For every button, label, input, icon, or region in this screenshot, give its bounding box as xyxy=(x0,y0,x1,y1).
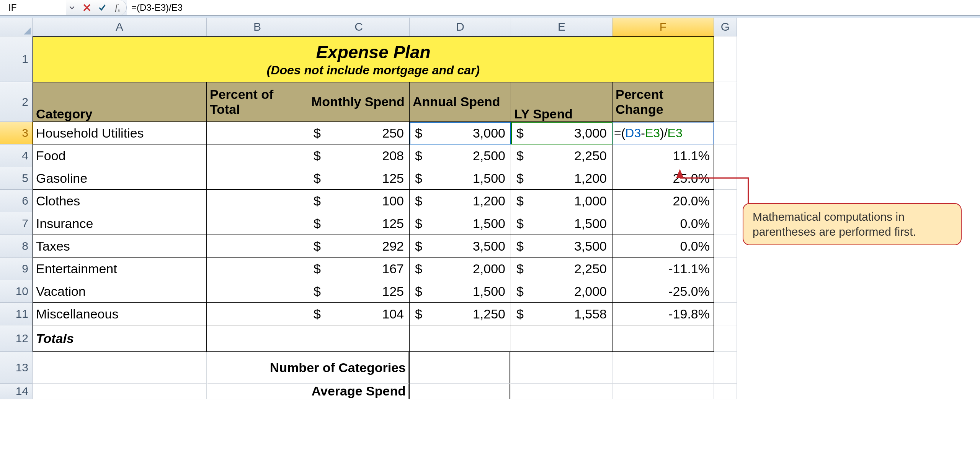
row-header-7[interactable]: 7 xyxy=(0,212,33,235)
cell-G7[interactable] xyxy=(714,212,737,235)
col-header-D[interactable]: D xyxy=(410,18,511,36)
row-header-4[interactable]: 4 xyxy=(0,144,33,167)
cell-A2[interactable]: Category xyxy=(33,82,207,122)
cell-D7[interactable]: $1,500 xyxy=(410,212,511,235)
cell-F14[interactable] xyxy=(612,384,714,399)
name-box[interactable]: IF xyxy=(0,0,66,15)
cell-E6[interactable]: $1,000 xyxy=(511,190,612,212)
cell-G14[interactable] xyxy=(714,384,737,399)
cell-D3[interactable]: $3,000 xyxy=(410,122,511,144)
select-all-corner[interactable] xyxy=(0,18,33,36)
cell-F6[interactable]: 20.0% xyxy=(612,190,714,212)
row-header-13[interactable]: 13 xyxy=(0,352,33,384)
cell-F4[interactable]: 11.1% xyxy=(612,144,714,167)
row-header-2[interactable]: 2 xyxy=(0,82,33,122)
cell-G4[interactable] xyxy=(714,144,737,167)
cell-B9[interactable] xyxy=(207,258,308,280)
formula-input[interactable]: =(D3-E3)/E3 xyxy=(127,0,980,15)
cell-C7[interactable]: $125 xyxy=(308,212,410,235)
name-box-dropdown[interactable] xyxy=(66,0,78,15)
cell-C11[interactable]: $104 xyxy=(308,303,410,325)
cell-E13[interactable] xyxy=(511,352,612,384)
cell-B12[interactable] xyxy=(207,325,308,352)
cell-E5[interactable]: $1,200 xyxy=(511,167,612,190)
cell-F8[interactable]: 0.0% xyxy=(612,235,714,258)
cell-E9[interactable]: $2,250 xyxy=(511,258,612,280)
cell-B2[interactable]: Percent of Total xyxy=(207,82,308,122)
row-header-3[interactable]: 3 xyxy=(0,122,33,144)
row-header-8[interactable]: 8 xyxy=(0,235,33,258)
cell-C6[interactable]: $100 xyxy=(308,190,410,212)
cell-D14[interactable] xyxy=(410,384,511,399)
cell-A5[interactable]: Gasoline xyxy=(33,167,207,190)
col-header-A[interactable]: A xyxy=(33,18,207,36)
cell-B8[interactable] xyxy=(207,235,308,258)
cell-D9[interactable]: $2,000 xyxy=(410,258,511,280)
row-header-10[interactable]: 10 xyxy=(0,280,33,303)
cell-D5[interactable]: $1,500 xyxy=(410,167,511,190)
cell-C12[interactable] xyxy=(308,325,410,352)
cell-G6[interactable] xyxy=(714,190,737,212)
cell-G13[interactable] xyxy=(714,352,737,384)
cell-D2[interactable]: Annual Spend xyxy=(410,82,511,122)
cell-E14[interactable] xyxy=(511,384,612,399)
cell-F13[interactable] xyxy=(612,352,714,384)
row-header-6[interactable]: 6 xyxy=(0,190,33,212)
insert-function-button[interactable]: fx xyxy=(113,3,122,13)
cell-B4[interactable] xyxy=(207,144,308,167)
cell-D11[interactable]: $1,250 xyxy=(410,303,511,325)
cell-D6[interactable]: $1,200 xyxy=(410,190,511,212)
cell-E2[interactable]: LY Spend xyxy=(511,82,612,122)
cell-C5[interactable]: $125 xyxy=(308,167,410,190)
col-header-C[interactable]: C xyxy=(308,18,410,36)
cell-G12[interactable] xyxy=(714,325,737,352)
cell-C9[interactable]: $167 xyxy=(308,258,410,280)
cell-D4[interactable]: $2,500 xyxy=(410,144,511,167)
cell-B3[interactable] xyxy=(207,122,308,144)
cancel-button[interactable] xyxy=(82,3,92,13)
cell-D10[interactable]: $1,500 xyxy=(410,280,511,303)
cell-E7[interactable]: $1,500 xyxy=(511,212,612,235)
cell-A10[interactable]: Vacation xyxy=(33,280,207,303)
cell-A6[interactable]: Clothes xyxy=(33,190,207,212)
cell-F7[interactable]: 0.0% xyxy=(612,212,714,235)
cell-G8[interactable] xyxy=(714,235,737,258)
cell-F3[interactable]: =(D3-E3)/E3 xyxy=(612,122,714,144)
cell-A13[interactable] xyxy=(33,352,207,384)
cell-A8[interactable]: Taxes xyxy=(33,235,207,258)
cell-G10[interactable] xyxy=(714,280,737,303)
cell-B10[interactable] xyxy=(207,280,308,303)
cell-BC14[interactable]: Average Spend xyxy=(207,384,410,399)
cell-BC13[interactable]: Number of Categories xyxy=(207,352,410,384)
cell-F11[interactable]: -19.8% xyxy=(612,303,714,325)
cell-D13[interactable] xyxy=(410,352,511,384)
enter-button[interactable] xyxy=(97,3,107,13)
cell-D12[interactable] xyxy=(410,325,511,352)
cell-B7[interactable] xyxy=(207,212,308,235)
cell-B5[interactable] xyxy=(207,167,308,190)
cell-D8[interactable]: $3,500 xyxy=(410,235,511,258)
cell-E11[interactable]: $1,558 xyxy=(511,303,612,325)
cell-G1[interactable] xyxy=(714,36,737,82)
cell-C8[interactable]: $292 xyxy=(308,235,410,258)
cell-B6[interactable] xyxy=(207,190,308,212)
cell-A7[interactable]: Insurance xyxy=(33,212,207,235)
cell-C3[interactable]: $250 xyxy=(308,122,410,144)
cell-F12[interactable] xyxy=(612,325,714,352)
row-header-14[interactable]: 14 xyxy=(0,384,33,399)
cell-A11[interactable]: Miscellaneous xyxy=(33,303,207,325)
cell-E10[interactable]: $2,000 xyxy=(511,280,612,303)
cell-F2[interactable]: Percent Change xyxy=(612,82,714,122)
col-header-G[interactable]: G xyxy=(714,18,737,36)
row-header-12[interactable]: 12 xyxy=(0,325,33,352)
col-header-F[interactable]: F xyxy=(612,18,714,36)
cell-G9[interactable] xyxy=(714,258,737,280)
cell-F9[interactable]: -11.1% xyxy=(612,258,714,280)
cell-E12[interactable] xyxy=(511,325,612,352)
col-header-B[interactable]: B xyxy=(207,18,308,36)
cell-B11[interactable] xyxy=(207,303,308,325)
cell-G11[interactable] xyxy=(714,303,737,325)
cell-E3[interactable]: $3,000 xyxy=(511,122,612,144)
cell-A3[interactable]: Household Utilities xyxy=(33,122,207,144)
title-cell[interactable]: Expense Plan (Does not include mortgage … xyxy=(33,36,714,82)
